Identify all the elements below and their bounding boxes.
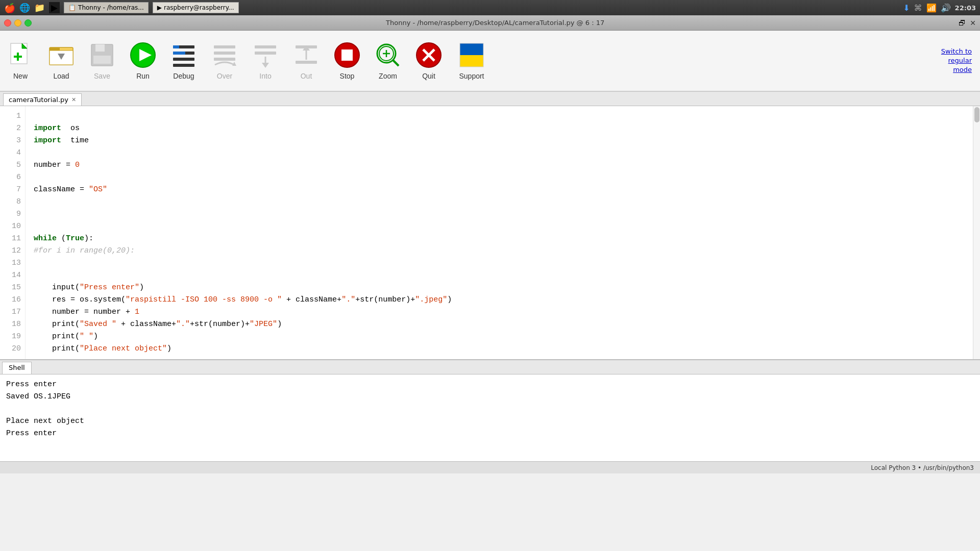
apple-icon[interactable]: 🍎 <box>4 3 15 13</box>
svg-rect-21 <box>214 58 235 61</box>
svg-rect-17 <box>173 45 179 48</box>
python-status: Local Python 3 • /usr/bin/python3 <box>871 464 974 471</box>
browser-icon[interactable]: 🌐 <box>19 3 30 13</box>
shell-area: Shell Press enter Saved OS.1JPEG Place n… <box>0 359 980 461</box>
restore-icon[interactable]: 🗗 <box>959 19 966 27</box>
code-content[interactable]: import os import time number = 0 classNa… <box>26 106 973 359</box>
os-panel: 🍎 🌐 📁 ▶ 📋 Thonny - /home/ras... ▶ raspbe… <box>0 0 980 15</box>
svg-rect-20 <box>214 52 235 55</box>
taskbar-terminal[interactable]: ▶ raspberry@raspberry... <box>153 2 239 13</box>
clock: 22:03 <box>955 4 976 12</box>
svg-rect-15 <box>173 58 194 61</box>
shell-output[interactable]: Press enter Saved OS.1JPEG Place next ob… <box>0 374 980 461</box>
system-tray: ⬇ ⌘ 📶 🔊 22:03 <box>903 3 976 13</box>
status-bar: Local Python 3 • /usr/bin/python3 <box>0 461 980 473</box>
svg-rect-10 <box>93 56 111 64</box>
zoom-icon <box>374 41 402 69</box>
stop-button[interactable]: Stop <box>327 35 368 86</box>
tab-close-button[interactable]: ✕ <box>71 96 76 103</box>
switch-mode-link[interactable]: Switch to regular mode <box>933 45 980 77</box>
quit-button[interactable]: Quit <box>408 35 449 86</box>
wifi-icon[interactable]: 📶 <box>926 3 937 13</box>
into-button[interactable]: Into <box>245 35 286 86</box>
out-icon <box>292 41 320 69</box>
tab-bar: cameraTutorial.py ✕ <box>0 92 980 106</box>
svg-rect-30 <box>296 61 317 64</box>
new-icon <box>7 41 34 69</box>
run-icon <box>129 41 157 69</box>
new-button[interactable]: New <box>0 35 41 86</box>
support-button[interactable]: Support <box>449 35 494 86</box>
folder-icon[interactable]: 📁 <box>34 3 45 13</box>
over-button[interactable]: Over <box>204 35 245 86</box>
terminal-icon[interactable]: ▶ <box>49 2 60 13</box>
taskbar-thonny-label: Thonny - /home/ras... <box>78 4 144 11</box>
shell-tab-bar: Shell <box>0 360 980 374</box>
editor-area[interactable]: 1 2 3 4 5 6 7 8 9 10 11 12 13 14 15 16 1… <box>0 106 980 359</box>
window-close-icon[interactable]: ✕ <box>970 19 976 27</box>
taskbar-terminal-label: raspberry@raspberry... <box>164 4 234 11</box>
close-button[interactable] <box>4 19 11 27</box>
editor-scrollbar[interactable] <box>973 106 980 359</box>
download-icon[interactable]: ⬇ <box>903 3 910 13</box>
svg-rect-41 <box>460 43 483 55</box>
out-button[interactable]: Out <box>286 35 327 86</box>
svg-rect-24 <box>255 52 276 55</box>
svg-rect-5 <box>50 47 60 51</box>
svg-line-35 <box>393 60 399 66</box>
into-icon <box>252 41 279 69</box>
load-button[interactable]: Load <box>41 35 82 86</box>
save-icon <box>88 41 116 69</box>
minimize-button[interactable] <box>14 19 21 27</box>
over-icon <box>211 41 238 69</box>
zoom-button[interactable]: Zoom <box>368 35 408 86</box>
tab-label: cameraTutorial.py <box>9 96 68 104</box>
shell-tab-label: Shell <box>9 364 25 371</box>
window-title: Thonny - /home/raspberry/Desktop/AL/came… <box>386 19 604 27</box>
debug-button[interactable]: Debug <box>163 35 204 86</box>
scrollbar-thumb[interactable] <box>974 107 979 122</box>
svg-rect-23 <box>255 45 276 48</box>
bluetooth-icon[interactable]: ⌘ <box>914 3 922 13</box>
support-icon <box>458 41 485 69</box>
run-button[interactable]: Run <box>122 35 163 86</box>
svg-rect-32 <box>341 49 353 61</box>
line-numbers: 1 2 3 4 5 6 7 8 9 10 11 12 13 14 15 16 1… <box>0 106 26 359</box>
quit-icon <box>415 41 443 69</box>
stop-icon <box>333 41 361 69</box>
svg-rect-18 <box>173 52 185 55</box>
maximize-button[interactable] <box>24 19 32 27</box>
editor-tab[interactable]: cameraTutorial.py ✕ <box>3 93 82 106</box>
volume-icon[interactable]: 🔊 <box>941 3 951 13</box>
editor-shell-container: 1 2 3 4 5 6 7 8 9 10 11 12 13 14 15 16 1… <box>0 106 980 461</box>
save-button[interactable]: Save <box>82 35 122 86</box>
taskbar-thonny[interactable]: 📋 Thonny - /home/ras... <box>64 2 149 13</box>
toolbar: New Load Save Run <box>0 31 980 92</box>
svg-rect-16 <box>173 64 194 67</box>
window-controls <box>4 19 32 27</box>
svg-rect-42 <box>460 55 483 67</box>
app-title-bar: Thonny - /home/raspberry/Desktop/AL/came… <box>0 15 980 31</box>
window-buttons: 🗗 ✕ <box>959 19 976 27</box>
svg-rect-19 <box>214 45 235 48</box>
svg-marker-26 <box>262 63 269 68</box>
debug-icon <box>170 41 198 69</box>
svg-rect-9 <box>95 44 105 52</box>
load-icon <box>47 41 75 69</box>
shell-tab[interactable]: Shell <box>2 362 32 374</box>
